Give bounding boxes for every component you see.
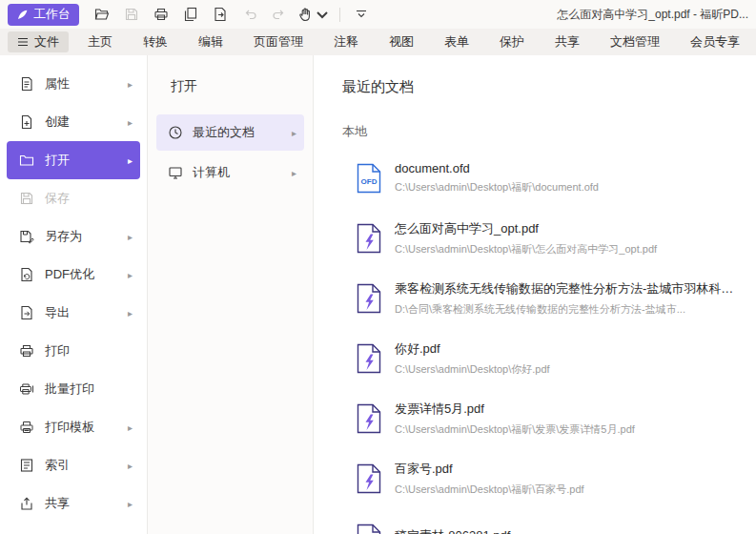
menu-convert[interactable]: 转换 — [143, 33, 168, 51]
toolbar-separator — [339, 8, 340, 22]
menu-form[interactable]: 表单 — [444, 33, 469, 51]
chevron-right-icon: ▸ — [128, 461, 133, 471]
foxit-pdf-window: 工作台 — [0, 0, 756, 534]
open-panel-title: 打开 — [148, 78, 313, 114]
sidebar-item-export[interactable]: 导出 ▸ — [7, 294, 140, 332]
sidebar-item-print[interactable]: 打印 — [7, 332, 140, 370]
page-export-icon — [213, 7, 228, 22]
pdf-file-icon — [357, 223, 381, 254]
sidebar-item-batch-print[interactable]: 批量打印 — [7, 370, 140, 408]
file-path: C:\Users\admin\Desktop\福昕\document.ofd — [395, 180, 737, 195]
sidebar-label: 创建 — [45, 113, 128, 131]
file-item[interactable]: 怎么面对高中学习_opt.pdf C:\Users\admin\Desktop\… — [314, 208, 756, 268]
sidebar-label: 共享 — [45, 495, 128, 512]
foxit-logo-icon — [16, 9, 29, 21]
file-item[interactable]: 百家号.pdf C:\Users\admin\Desktop\福昕\百家号.pd… — [314, 448, 756, 508]
menu-member[interactable]: 会员专享 — [690, 33, 740, 51]
create-doc-button[interactable] — [207, 3, 234, 26]
file-name: 稿定素材-806381.pdf — [395, 527, 737, 534]
undo-button — [236, 3, 263, 26]
sidebar-item-print-template[interactable]: 打印模板 ▸ — [7, 408, 140, 446]
file-backstage: 属性 ▸ 创建 ▸ 打开 ▸ 保存 另存为 ▸ — [0, 55, 756, 534]
panel-item-computer[interactable]: 计算机 ▸ — [156, 154, 304, 191]
file-item[interactable]: document.ofd C:\Users\admin\Desktop\福昕\d… — [314, 148, 756, 208]
sidebar-label: 批量打印 — [45, 380, 133, 398]
save-button — [118, 3, 145, 26]
workspace-button[interactable]: 工作台 — [8, 4, 79, 26]
print-button[interactable] — [148, 3, 174, 26]
chevron-right-icon: ▸ — [128, 117, 133, 128]
file-item[interactable]: 你好.pdf C:\Users\admin\Desktop\你好.pdf — [314, 328, 756, 388]
pdf-file-icon — [357, 343, 381, 374]
toolbar-collapse-button[interactable] — [348, 3, 375, 26]
create-icon — [19, 114, 34, 130]
sidebar-item-create[interactable]: 创建 ▸ — [7, 103, 140, 141]
save-as-icon — [19, 229, 34, 244]
menu-protect[interactable]: 保护 — [500, 33, 524, 51]
menu-page-manage[interactable]: 页面管理 — [254, 33, 303, 51]
redo-button — [266, 3, 293, 26]
properties-icon — [19, 76, 34, 92]
copy-icon — [183, 7, 198, 22]
sidebar-label: 另存为 — [45, 228, 128, 245]
menu-file-label: 文件 — [34, 33, 59, 51]
panel-item-label: 最近的文档 — [193, 124, 292, 141]
sidebar-label: 打印 — [45, 342, 133, 359]
file-path: C:\Users\admin\Desktop\你好.pdf — [395, 362, 737, 377]
print-icon — [19, 343, 34, 359]
sidebar-item-share[interactable]: 共享 ▸ — [7, 484, 140, 523]
hand-tool-button[interactable] — [296, 3, 332, 26]
sidebar-item-save: 保存 — [7, 179, 140, 217]
file-item[interactable]: 乘客检测系统无线传输数据的完整性分析方法-盐城市羽林科技... D:\合同\乘客… — [314, 268, 756, 328]
document-title: 怎么面对高中学习_opt.pdf - 福昕PD... — [557, 7, 748, 23]
chevron-right-icon: ▸ — [128, 232, 133, 242]
sidebar-item-properties[interactable]: 属性 ▸ — [7, 65, 140, 103]
computer-icon — [168, 165, 183, 180]
menu-home[interactable]: 主页 — [88, 33, 112, 51]
print-template-icon — [19, 420, 34, 435]
file-path: D:\合同\乘客检测系统无线传输数据的完整性分析方法-盐城市... — [395, 302, 737, 317]
printer-icon — [153, 7, 169, 22]
clock-icon — [168, 125, 183, 140]
pdf-optimize-icon — [19, 267, 34, 282]
ofd-file-icon — [357, 163, 381, 194]
redo-icon — [272, 7, 287, 22]
collapse-toolbar-icon — [354, 7, 369, 22]
menu-doc-manage[interactable]: 文档管理 — [610, 33, 660, 51]
share-icon — [19, 496, 34, 511]
menu-edit[interactable]: 编辑 — [198, 33, 223, 51]
save-icon — [124, 7, 139, 22]
chevron-right-icon: ▸ — [292, 168, 296, 178]
menu-comment[interactable]: 注释 — [334, 33, 358, 51]
chevron-right-icon: ▸ — [292, 128, 296, 138]
open-file-button[interactable] — [89, 3, 115, 26]
local-section-label: 本地 — [314, 123, 756, 140]
panel-item-recent-documents[interactable]: 最近的文档 ▸ — [156, 114, 304, 151]
file-name: 怎么面对高中学习_opt.pdf — [395, 220, 737, 237]
file-name: 你好.pdf — [395, 340, 737, 358]
chevron-down-icon — [315, 7, 330, 22]
menu-file[interactable]: 文件 — [8, 31, 69, 52]
hamburger-icon — [17, 37, 29, 47]
file-menu-sidebar: 属性 ▸ 创建 ▸ 打开 ▸ 保存 另存为 ▸ — [0, 55, 148, 534]
sidebar-label: 索引 — [45, 457, 128, 474]
copy-button[interactable] — [177, 3, 204, 26]
sidebar-item-save-as[interactable]: 另存为 ▸ — [7, 217, 140, 256]
sidebar-item-index[interactable]: 索引 ▸ — [7, 446, 140, 484]
chevron-right-icon: ▸ — [128, 270, 133, 280]
chevron-right-icon: ▸ — [128, 79, 133, 90]
file-item[interactable]: 发票详情5月.pdf C:\Users\admin\Desktop\福昕\发票\… — [314, 388, 756, 448]
sidebar-label: PDF优化 — [45, 266, 128, 283]
menu-view[interactable]: 视图 — [389, 33, 414, 51]
menu-share[interactable]: 共享 — [555, 33, 580, 51]
recent-documents-title: 最近的文档 — [314, 78, 756, 96]
file-item[interactable]: 稿定素材-806381.pdf — [314, 508, 756, 534]
export-icon — [19, 305, 34, 320]
file-name: document.ofd — [395, 161, 737, 175]
quick-toolbar — [89, 3, 375, 26]
save-icon — [19, 191, 34, 206]
panel-item-label: 计算机 — [193, 164, 292, 181]
sidebar-item-open[interactable]: 打开 ▸ — [7, 141, 140, 179]
file-name: 发票详情5月.pdf — [395, 400, 737, 418]
sidebar-item-pdf-optimize[interactable]: PDF优化 ▸ — [7, 256, 140, 294]
